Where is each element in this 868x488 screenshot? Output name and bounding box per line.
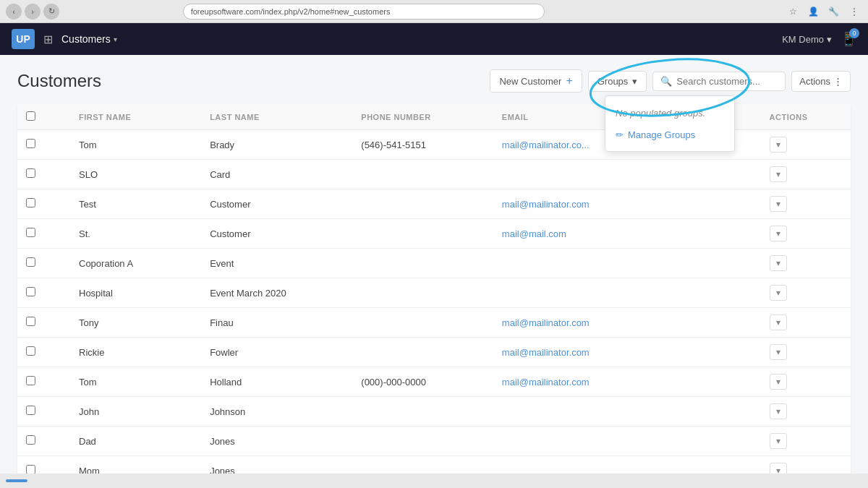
row-groups — [673, 249, 761, 278]
new-customer-button[interactable]: New Customer + — [490, 69, 582, 93]
profile-button[interactable]: 👤 — [806, 4, 822, 20]
row-action-button[interactable]: ▾ — [770, 255, 787, 271]
pencil-icon: ✏ — [616, 129, 624, 140]
row-checkbox[interactable] — [26, 346, 35, 356]
row-checkbox[interactable] — [26, 376, 35, 385]
row-checkbox[interactable] — [26, 406, 35, 415]
row-actions-cell[interactable]: ▾ — [761, 278, 851, 308]
row-index — [44, 427, 70, 456]
row-email — [493, 397, 673, 427]
row-checkbox[interactable] — [26, 198, 35, 207]
row-action-button[interactable]: ▾ — [770, 196, 787, 212]
table-row: SLO Card ▾ — [17, 160, 851, 189]
row-checkbox-cell[interactable] — [17, 278, 44, 308]
row-actions-cell[interactable]: ▾ — [761, 367, 851, 397]
search-input[interactable] — [676, 76, 778, 87]
row-last-name: Customer — [201, 189, 352, 219]
row-checkbox-cell[interactable] — [17, 249, 44, 278]
phone-icon-button[interactable]: 📱 0 — [841, 31, 856, 47]
row-checkbox[interactable] — [26, 287, 35, 296]
row-checkbox[interactable] — [26, 168, 35, 178]
table-row: Tom Holland (000)-000-0000 mail@mailinat… — [17, 367, 851, 397]
row-actions-cell[interactable]: ▾ — [761, 338, 851, 367]
email-link[interactable]: mail@mailinator.com — [502, 199, 590, 210]
reload-button[interactable]: ↻ — [43, 4, 59, 20]
address-bar[interactable]: foreupsoftware.com/index.php/v2/home#new… — [183, 4, 545, 20]
extension-button[interactable]: 🔧 — [826, 4, 842, 20]
row-groups — [673, 219, 761, 249]
row-actions-cell[interactable]: ▾ — [761, 308, 851, 338]
row-phone: (000)-000-0000 — [352, 367, 493, 397]
row-action-button[interactable]: ▾ — [770, 285, 787, 301]
row-checkbox-cell[interactable] — [17, 397, 44, 427]
grid-icon[interactable]: ⊞ — [43, 33, 53, 46]
row-actions-cell[interactable]: ▾ — [761, 160, 851, 189]
row-checkbox[interactable] — [26, 317, 35, 326]
menu-button[interactable]: ⋮ — [846, 4, 862, 20]
row-checkbox-cell[interactable] — [17, 219, 44, 249]
header-last-name: LAST NAME — [201, 104, 352, 130]
user-name: KM Demo — [782, 34, 824, 45]
row-checkbox-cell[interactable] — [17, 160, 44, 189]
row-action-button[interactable]: ▾ — [770, 166, 787, 182]
customers-table: FIRST NAME LAST NAME PHONE NUMBER EMAIL … — [17, 104, 851, 488]
groups-button[interactable]: Groups ▾ — [588, 71, 647, 92]
row-checkbox[interactable] — [26, 139, 35, 148]
row-actions-cell[interactable]: ▾ — [761, 219, 851, 249]
bookmark-button[interactable]: ☆ — [786, 4, 801, 20]
email-link[interactable]: mail@mail.com — [502, 228, 566, 239]
row-email: mail@mailinator.com — [493, 367, 673, 397]
row-index — [44, 249, 70, 278]
row-actions-cell[interactable]: ▾ — [761, 189, 851, 219]
row-checkbox[interactable] — [26, 257, 35, 267]
row-actions-cell[interactable]: ▾ — [761, 397, 851, 427]
row-action-button[interactable]: ▾ — [770, 344, 787, 360]
page-content: Customers New Customer + Groups ▾ 🔍 Acti… — [0, 55, 868, 488]
table-row: Tony Finau mail@mailinator.com ▾ — [17, 308, 851, 338]
row-actions-cell[interactable]: ▾ — [761, 130, 851, 160]
header-select-all[interactable] — [17, 104, 44, 130]
forward-button[interactable]: › — [25, 4, 41, 20]
email-link[interactable]: mail@mailinator.com — [502, 317, 590, 328]
row-action-button[interactable]: ▾ — [770, 314, 787, 330]
row-checkbox-cell[interactable] — [17, 189, 44, 219]
actions-more-button[interactable]: Actions ⋮ — [791, 71, 851, 92]
header-right: KM Demo ▾ 📱 0 — [782, 31, 856, 47]
row-action-button[interactable]: ▾ — [770, 403, 787, 419]
row-first-name: Test — [70, 189, 201, 219]
brand-chevron: ▾ — [114, 35, 117, 43]
row-checkbox-cell[interactable] — [17, 367, 44, 397]
row-email — [493, 278, 673, 308]
row-phone — [352, 219, 493, 249]
row-checkbox-cell[interactable] — [17, 427, 44, 456]
row-checkbox-cell[interactable] — [17, 130, 44, 160]
manage-groups-item[interactable]: ✏ Manage Groups — [605, 124, 734, 145]
row-checkbox[interactable] — [26, 435, 35, 445]
header-first-name: FIRST NAME — [70, 104, 201, 130]
row-email: mail@mail.com — [493, 219, 673, 249]
user-menu[interactable]: KM Demo ▾ — [782, 34, 832, 45]
row-index — [44, 130, 70, 160]
row-phone: (546)-541-5151 — [352, 130, 493, 160]
row-checkbox-cell[interactable] — [17, 308, 44, 338]
brand-nav[interactable]: Customers ▾ — [61, 33, 117, 45]
row-index — [44, 367, 70, 397]
email-link[interactable]: mail@mailinator.co... — [502, 140, 590, 150]
row-last-name: Fowler — [201, 338, 352, 367]
groups-dropdown: No populated groups. ✏ Manage Groups — [605, 95, 735, 152]
row-groups — [673, 160, 761, 189]
email-link[interactable]: mail@mailinator.com — [502, 377, 590, 388]
actions-label: Actions — [799, 76, 830, 87]
row-action-button[interactable]: ▾ — [770, 137, 787, 153]
row-action-button[interactable]: ▾ — [770, 374, 787, 390]
row-actions-cell[interactable]: ▾ — [761, 249, 851, 278]
row-groups — [673, 427, 761, 456]
row-checkbox[interactable] — [26, 228, 35, 237]
row-checkbox-cell[interactable] — [17, 338, 44, 367]
back-button[interactable]: ‹ — [6, 4, 22, 20]
email-link[interactable]: mail@mailinator.com — [502, 347, 590, 358]
select-all-checkbox[interactable] — [26, 111, 35, 121]
row-action-button[interactable]: ▾ — [770, 433, 787, 449]
row-actions-cell[interactable]: ▾ — [761, 427, 851, 456]
row-action-button[interactable]: ▾ — [770, 226, 787, 241]
